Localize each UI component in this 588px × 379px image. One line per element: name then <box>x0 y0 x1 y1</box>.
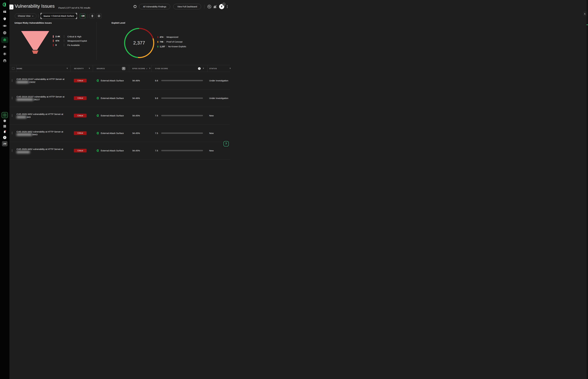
add-or-condition-button[interactable]: + OR <box>80 14 85 19</box>
exploit-level-donut[interactable]: 2,377 <box>124 28 154 58</box>
all-vulnerability-findings-button[interactable]: All Vulnerability Findings <box>139 4 170 9</box>
filter-funnel-icon[interactable] <box>88 67 90 70</box>
save-view-button[interactable] <box>96 14 102 18</box>
header-checkbox-cell <box>9 65 16 72</box>
filter-funnel-icon[interactable] <box>202 67 205 70</box>
sidebar-item-alerts[interactable] <box>3 17 6 21</box>
legend-item: 474 Weaponized Exploit <box>53 39 87 42</box>
shield-alert-icon <box>3 17 6 21</box>
column-header-status[interactable]: STATUS <box>207 65 230 72</box>
toggle-charts-button[interactable] <box>213 5 217 9</box>
status-label: New <box>207 114 230 117</box>
sidebar-item-settings[interactable] <box>3 119 6 123</box>
sidebar-item-assets[interactable] <box>3 45 7 49</box>
table-row[interactable]: CVE-2019-15107 vulnerability at HTTP Ser… <box>9 72 230 90</box>
sidebar-item-notifications[interactable] <box>3 130 7 134</box>
row-checkbox[interactable] <box>12 149 12 149</box>
header-actions: All Vulnerability Findings View Full Das… <box>133 4 227 9</box>
sidebar-item-help[interactable]: ? <box>3 136 6 139</box>
funnel-legend: 2.4K Critical & High 474 Weaponized Expl… <box>53 35 87 46</box>
severity-badge: Critical <box>74 79 87 82</box>
cvss-score: 9.8 <box>155 97 161 99</box>
view-full-dashboard-button[interactable]: View Full Dashboard <box>173 4 201 9</box>
filter-value: External Attack Surface <box>53 15 74 17</box>
filters-button[interactable]: 1 <box>219 4 224 9</box>
legend-item: 0 Fix Available <box>53 44 87 46</box>
vulnerability-name[interactable]: CVE-2020-3452 vulnerability at HTTP Serv… <box>16 113 70 118</box>
epss-score: 94.46% <box>129 97 152 99</box>
row-checkbox[interactable] <box>12 79 12 82</box>
vulnerability-name[interactable]: CVE-2020-3452 vulnerability at HTTP Serv… <box>16 148 70 149</box>
select-all-checkbox[interactable] <box>12 67 15 70</box>
donut-total: 2,377 <box>133 40 145 46</box>
more-options-button[interactable] <box>227 5 227 8</box>
grid-icon <box>3 125 6 128</box>
severity-badge: Critical <box>74 149 87 149</box>
sidebar-item-vulnerabilities-active[interactable] <box>1 37 8 43</box>
sidebar-item-dashboard[interactable] <box>3 10 6 14</box>
legend-item: 746 Proof of Concept <box>158 41 186 43</box>
column-header-epss[interactable]: EPSS SCORE ↓↑ <box>129 65 152 72</box>
refresh-icon <box>133 5 137 9</box>
page-title: Vulnerability Issues <box>15 3 55 9</box>
severity-badge: Critical <box>74 96 87 100</box>
choose-view-dropdown[interactable]: Choose View ∨ <box>15 14 36 19</box>
delete-filter-button[interactable] <box>90 14 95 18</box>
vulnerability-name[interactable]: CVE-2019-15107 vulnerability at HTTP Ser… <box>16 78 70 83</box>
chevron-down-icon: ∨ <box>32 15 33 17</box>
port: :8443 <box>32 133 37 136</box>
table-row[interactable]: CVE-2020-3452 vulnerability at HTTP Serv… <box>9 125 230 142</box>
epss-score: 94.46% <box>129 79 152 82</box>
funnel-chart <box>21 31 51 54</box>
rescan-button[interactable] <box>133 5 137 9</box>
legend-swatch <box>158 41 158 43</box>
brand-logo-icon[interactable] <box>2 2 7 7</box>
status-label: Under Investigation <box>207 97 230 99</box>
column-header-cvss[interactable]: CVSS SCORE i <box>152 65 207 72</box>
filter-funnel-icon[interactable] <box>229 67 231 70</box>
filter-funnel-icon[interactable] <box>149 67 151 70</box>
user-avatar[interactable]: JW <box>2 141 8 146</box>
active-filter-button[interactable] <box>122 67 126 70</box>
filter-toolbar: Choose View ∨ Source = External Attack S… <box>15 13 102 19</box>
table-row[interactable]: CVE-2020-3452 vulnerability at HTTP Serv… <box>9 142 230 149</box>
filter-funnel-icon <box>123 67 125 69</box>
external-attack-surface-icon <box>96 132 99 135</box>
box-icon <box>3 59 7 63</box>
vulnerability-name[interactable]: CVE-2019-15107 vulnerability at HTTP Ser… <box>16 95 70 101</box>
sidebar-item-inventory[interactable] <box>3 59 7 63</box>
funnel-stage-critical-high[interactable] <box>21 31 49 50</box>
row-checkbox[interactable] <box>12 114 12 117</box>
cvss-bar <box>161 80 203 81</box>
redacted-ip <box>16 98 33 101</box>
sidebar-item-apps[interactable] <box>3 125 6 128</box>
column-header-source[interactable]: SOURCE <box>93 65 129 72</box>
column-header-name[interactable]: NAME <box>16 65 70 72</box>
expand-panel-tab[interactable]: › <box>9 5 14 9</box>
column-header-severity[interactable]: SEVERITY <box>70 65 93 72</box>
filter-funnel-icon[interactable] <box>66 67 68 70</box>
funnel-stage-weaponized[interactable] <box>32 50 38 54</box>
table-row[interactable]: CVE-2019-15107 vulnerability at HTTP Ser… <box>9 90 230 107</box>
help-button[interactable]: ? <box>223 141 229 146</box>
redacted-ip <box>16 116 26 118</box>
sidebar-item-visibility[interactable] <box>3 24 7 28</box>
table-body: CVE-2019-15107 vulnerability at HTTP Ser… <box>9 72 230 149</box>
legend-item: 474 Weaponized <box>158 36 186 38</box>
source-label: External Attack Surface <box>101 97 124 99</box>
info-icon[interactable]: i <box>198 67 201 70</box>
search-button[interactable] <box>207 5 211 9</box>
sidebar-item-ai-assistant[interactable] <box>2 112 8 118</box>
sort-icon[interactable]: ↓↑ <box>146 67 147 70</box>
vulnerability-name[interactable]: CVE-2020-3452 vulnerability at HTTP Serv… <box>16 130 70 136</box>
main-content: › Vulnerability Issues Found 2,377 out o… <box>9 0 230 149</box>
active-filter-chip[interactable]: Source = External Attack Surface <box>41 13 77 19</box>
row-checkbox[interactable] <box>12 132 12 134</box>
kebab-menu-icon <box>227 5 227 6</box>
table-row[interactable]: CVE-2020-3452 vulnerability at HTTP Serv… <box>9 107 230 125</box>
sidebar-item-radar[interactable] <box>3 31 7 35</box>
sidebar-item-attack-paths[interactable] <box>3 52 7 56</box>
source-label: External Attack Surface <box>101 132 124 134</box>
row-checkbox[interactable] <box>12 97 12 99</box>
severity-badge: Critical <box>74 114 87 117</box>
